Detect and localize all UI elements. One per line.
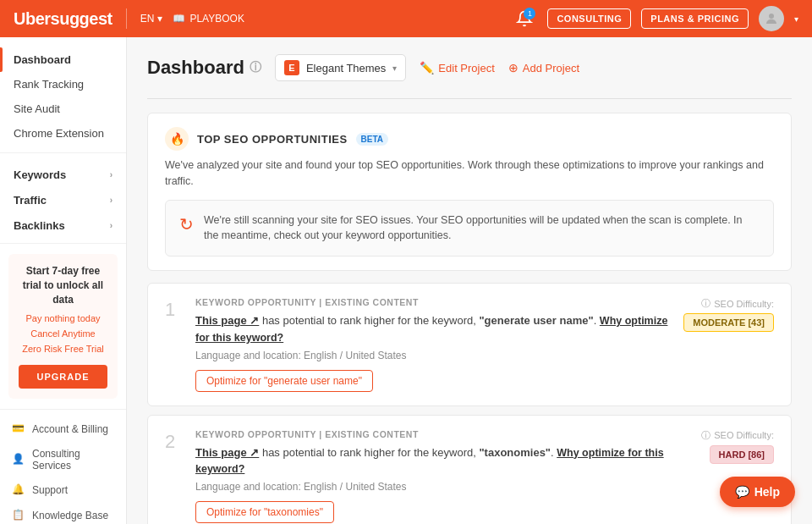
- help-chat-icon: 💬: [735, 485, 749, 499]
- playbook-label: PLAYBOOK: [189, 13, 244, 25]
- notification-badge: 1: [524, 8, 535, 19]
- sidebar-item-consulting-services-label: Consulting Services: [32, 448, 114, 472]
- kw-desc-1: This page ↗ has potential to rank higher…: [195, 312, 670, 346]
- opp-header: 🔥 TOP SEO OPPORTUNITIES BETA: [165, 127, 774, 151]
- opp-description: We've analyzed your site and found your …: [165, 157, 774, 190]
- beta-badge: BETA: [356, 133, 388, 146]
- scanning-notice: ↻ We're still scanning your site for SEO…: [165, 200, 774, 257]
- avatar-chevron[interactable]: ▾: [794, 14, 798, 24]
- upgrade-line1: Pay nothing today: [19, 312, 107, 327]
- kw-keyword-1: "generate user name": [479, 314, 593, 327]
- sidebar-divider-1: [0, 152, 126, 153]
- opp-title: TOP SEO OPPORTUNITIES: [197, 133, 348, 146]
- kw-diff-badge-1: MODERATE [43]: [683, 313, 774, 332]
- sidebar-group-backlinks[interactable]: Backlinks ›: [0, 211, 126, 236]
- kw-content-2: KEYWORD OPPORTUNITY | EXISTING CONTENT T…: [195, 429, 676, 524]
- kw-diff-info-icon: ⓘ: [701, 297, 710, 310]
- kw-optimize-btn-2[interactable]: Optimize for "taxonomies": [195, 501, 334, 523]
- kw-number-2: 2: [165, 431, 182, 453]
- sidebar-item-account-billing-label: Account & Billing: [32, 423, 108, 435]
- sidebar-item-knowledge-base[interactable]: 📋 Knowledge Base: [0, 503, 126, 524]
- kw-desc-2: This page ↗ has potential to rank higher…: [195, 444, 676, 478]
- upgrade-title: Start 7-day free trial to unlock all dat…: [19, 264, 107, 306]
- kw-difficulty-1: ⓘ SEO Difficulty: MODERATE [43]: [683, 297, 774, 332]
- sidebar-item-chrome-extension-label: Chrome Extension: [14, 127, 104, 140]
- kw-content-1: KEYWORD OPPORTUNITY | EXISTING CONTENT T…: [195, 297, 670, 392]
- header-divider: [126, 8, 127, 29]
- opportunities-section: 🔥 TOP SEO OPPORTUNITIES BETA We've analy…: [147, 113, 792, 271]
- language-selector[interactable]: EN ▾: [140, 13, 163, 25]
- sidebar-item-support[interactable]: 🔔 Support: [0, 477, 126, 503]
- kw-this-page-link-2[interactable]: This page ↗: [195, 446, 259, 459]
- consulting-button[interactable]: CONSULTING: [547, 8, 631, 29]
- sidebar-item-site-audit[interactable]: Site Audit: [0, 97, 126, 121]
- project-favicon: E: [284, 60, 299, 75]
- page-title: Dashboard ⓘ: [147, 57, 261, 79]
- sidebar-main-nav: Dashboard Rank Tracking Site Audit Chrom…: [0, 47, 126, 146]
- keywords-chevron-icon: ›: [110, 170, 112, 179]
- language-label: EN: [140, 13, 155, 25]
- sidebar: Dashboard Rank Tracking Site Audit Chrom…: [0, 37, 127, 524]
- account-billing-icon: 💳: [12, 422, 25, 436]
- edit-icon: ✏️: [420, 61, 434, 74]
- sidebar-item-dashboard[interactable]: Dashboard: [0, 47, 126, 72]
- project-favicon-letter: E: [288, 63, 294, 73]
- keyword-card-1: 1 KEYWORD OPPORTUNITY | EXISTING CONTENT…: [147, 283, 792, 406]
- sidebar-item-rank-tracking-label: Rank Tracking: [14, 78, 84, 91]
- scan-icon: ↻: [179, 214, 194, 234]
- kw-why-link-2[interactable]: Why optimize for this keyword?: [195, 447, 664, 476]
- sidebar-active-indicator: [0, 47, 3, 72]
- sidebar-divider-2: [0, 243, 126, 244]
- user-avatar[interactable]: [759, 6, 784, 31]
- logo: Ubersuggest: [14, 9, 112, 29]
- sidebar-item-account-billing[interactable]: 💳 Account & Billing: [0, 416, 126, 442]
- edit-project-button[interactable]: ✏️ Edit Project: [420, 61, 494, 74]
- kw-diff-label-1: ⓘ SEO Difficulty:: [683, 297, 774, 310]
- upgrade-line3: Zero Risk Free Trial: [19, 342, 107, 357]
- sidebar-group-traffic[interactable]: Traffic ›: [0, 185, 126, 211]
- consulting-services-icon: 👤: [12, 453, 25, 466]
- avatar-icon: [764, 11, 779, 26]
- notifications-bell[interactable]: 1: [512, 6, 537, 31]
- main-content: Dashboard ⓘ E Elegant Themes ▾ ✏️ Edit P…: [127, 37, 812, 524]
- playbook-link[interactable]: 📖 PLAYBOOK: [173, 13, 244, 25]
- support-icon: 🔔: [12, 483, 25, 497]
- sidebar-group-traffic-label: Traffic: [14, 194, 47, 207]
- app-header: Ubersuggest EN ▾ 📖 PLAYBOOK 1 CONSULTING…: [0, 0, 812, 37]
- help-label: Help: [754, 485, 780, 499]
- sidebar-item-chrome-extension[interactable]: Chrome Extension: [0, 121, 126, 146]
- upgrade-line2: Cancel Anytime: [19, 327, 107, 342]
- kw-type-1: KEYWORD OPPORTUNITY | EXISTING CONTENT: [195, 297, 670, 307]
- upgrade-box: Start 7-day free trial to unlock all dat…: [8, 254, 118, 399]
- kw-this-page-link-1[interactable]: This page ↗: [195, 314, 259, 327]
- add-project-button[interactable]: ⊕ Add Project: [508, 61, 579, 74]
- content-divider: [147, 98, 792, 99]
- kw-why-link-1[interactable]: Why optimize for this keyword?: [195, 315, 667, 344]
- sidebar-item-consulting-services[interactable]: 👤 Consulting Services: [0, 442, 126, 477]
- backlinks-chevron-icon: ›: [110, 221, 112, 230]
- sidebar-item-rank-tracking[interactable]: Rank Tracking: [0, 72, 126, 97]
- kw-keyword-2: "taxonomies": [479, 446, 551, 459]
- sidebar-item-support-label: Support: [32, 484, 68, 496]
- plans-pricing-button[interactable]: PLANS & PRICING: [641, 8, 749, 29]
- project-selector[interactable]: E Elegant Themes ▾: [275, 54, 406, 81]
- kw-type-2: KEYWORD OPPORTUNITY | EXISTING CONTENT: [195, 429, 676, 439]
- sidebar-item-dashboard-wrapper: Dashboard: [0, 47, 126, 72]
- dashboard-actions: ✏️ Edit Project ⊕ Add Project: [420, 61, 579, 74]
- sidebar-item-dashboard-label: Dashboard: [14, 53, 71, 66]
- kw-lang-2: Language and location: English / United …: [195, 481, 676, 493]
- title-info-icon[interactable]: ⓘ: [250, 60, 261, 75]
- scan-text: We're still scanning your site for SEO i…: [204, 212, 760, 245]
- playbook-icon: 📖: [173, 13, 185, 25]
- kw-number-1: 1: [165, 299, 182, 321]
- keyword-card-2: 2 KEYWORD OPPORTUNITY | EXISTING CONTENT…: [147, 415, 792, 525]
- sidebar-group-keywords[interactable]: Keywords ›: [0, 160, 126, 185]
- kw-optimize-btn-1[interactable]: Optimize for "generate user name": [195, 370, 373, 392]
- knowledge-base-icon: 📋: [12, 509, 25, 522]
- project-dropdown-chevron: ▾: [392, 63, 397, 73]
- sidebar-group-backlinks-label: Backlinks: [14, 219, 65, 232]
- project-name: Elegant Themes: [306, 62, 386, 74]
- upgrade-button[interactable]: UPGRADE: [19, 365, 107, 389]
- help-button[interactable]: 💬 Help: [720, 477, 795, 507]
- add-icon: ⊕: [508, 61, 518, 74]
